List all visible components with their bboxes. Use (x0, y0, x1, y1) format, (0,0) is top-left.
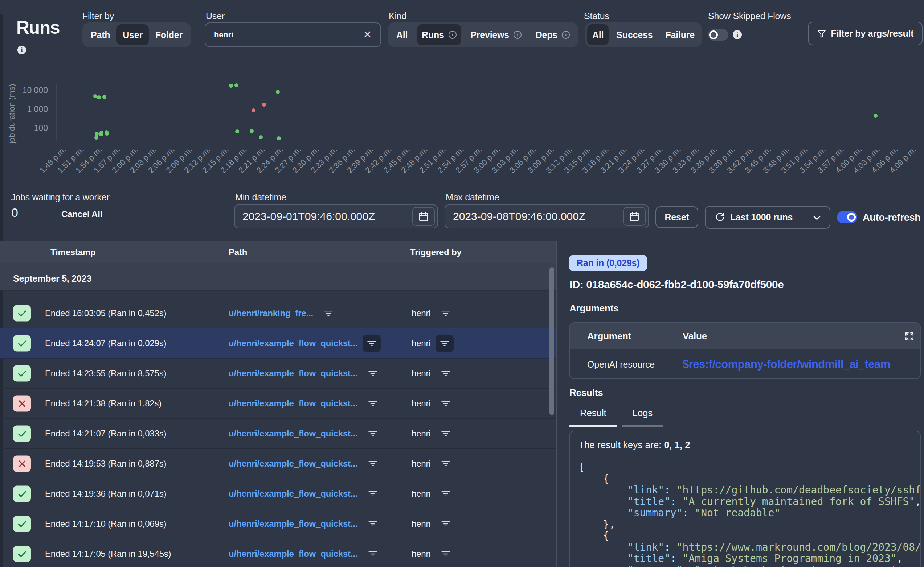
skipped-flows-info-icon[interactable]: i (733, 30, 742, 39)
chart-point-success[interactable] (874, 114, 877, 118)
filter-by-user-icon[interactable] (441, 399, 451, 408)
segment-deps[interactable]: Depsi (531, 24, 575, 45)
chart-point-success[interactable] (93, 94, 97, 98)
row-path-link[interactable]: u/henri/example_flow_quickst... (229, 368, 358, 378)
segment-failure[interactable]: Failure (660, 24, 700, 45)
segment-runs[interactable]: Runsi (417, 24, 461, 45)
runs-count-dropdown[interactable] (804, 207, 830, 228)
filter-by-path-icon[interactable] (368, 429, 378, 438)
filter-by-path-icon[interactable] (368, 519, 378, 528)
row-path-link[interactable]: u/henri/example_flow_quickst... (229, 429, 358, 439)
chart-point-success[interactable] (105, 132, 109, 136)
table-row[interactable]: Ended 14:23:55 (Ran in 8,575s)u/henri/ex… (0, 358, 556, 388)
table-row[interactable]: Ended 16:03:05 (Ran in 0,452s)u/henri/ra… (0, 298, 556, 328)
info-icon[interactable]: i (562, 31, 570, 39)
row-triggered-by: henri (412, 368, 430, 378)
filter-by-user-icon[interactable] (441, 459, 451, 468)
max-datetime-input[interactable]: 2023-09-08T09:46:00.000Z (445, 204, 649, 228)
chart-point-success[interactable] (276, 90, 280, 94)
expand-icon[interactable] (905, 332, 914, 341)
col-timestamp[interactable]: Timestamp (50, 247, 95, 257)
filter-by-args-button[interactable]: Filter by args/result (808, 22, 922, 45)
filter-by-user-icon[interactable] (441, 309, 451, 318)
tab-underline (569, 425, 617, 428)
row-timestamp: Ended 16:03:05 (Ran in 0,452s) (45, 308, 166, 318)
table-scrollbar[interactable] (549, 267, 554, 415)
segment-all[interactable]: All (587, 24, 609, 45)
arguments-title: Arguments (569, 303, 619, 314)
segment-path[interactable]: Path (84, 24, 116, 45)
filter-by-user-icon[interactable] (441, 429, 451, 438)
table-row[interactable]: Ended 14:21:38 (Ran in 1,82s)u/henri/exa… (0, 388, 556, 419)
filter-by-path-icon[interactable] (324, 309, 334, 318)
tab-logs[interactable]: Logs (622, 408, 664, 426)
chart-point-success[interactable] (94, 136, 98, 140)
chart-point-success[interactable] (235, 129, 239, 134)
segment-user[interactable]: User (116, 24, 149, 45)
row-path-link[interactable]: u/henri/example_flow_quickst... (229, 519, 358, 529)
row-path-link[interactable]: u/henri/example_flow_quickst... (229, 459, 358, 469)
col-triggered-by[interactable]: Triggered by (410, 247, 462, 257)
filter-by-user-icon[interactable] (441, 550, 451, 558)
segment-label: Folder (155, 30, 182, 40)
segment-previews[interactable]: Previewsi (466, 24, 526, 45)
cancel-all-button[interactable]: Cancel All (61, 209, 102, 219)
min-calendar-button[interactable] (412, 207, 435, 226)
result-json: [ { "link": "https://github.com/deadbeef… (578, 462, 920, 567)
table-row[interactable]: Ended 14:24:07 (Ran in 0,029s)u/henri/ex… (0, 328, 556, 358)
filter-by-path-icon[interactable] (368, 550, 378, 558)
chart-point-success[interactable] (277, 136, 281, 140)
row-triggered-by: henri (412, 429, 430, 439)
show-skipped-flows-toggle[interactable] (708, 29, 728, 40)
segment-label: Previews (470, 30, 509, 40)
auto-refresh-toggle[interactable] (837, 211, 857, 224)
segment-folder[interactable]: Folder (149, 24, 189, 45)
max-calendar-button[interactable] (623, 207, 646, 226)
table-row[interactable]: Ended 14:21:07 (Ran in 0,033s)u/henri/ex… (0, 419, 556, 449)
segment-success[interactable]: Success (611, 24, 658, 45)
filter-by-user-icon[interactable] (441, 519, 451, 528)
table-row[interactable]: Ended 14:17:10 (Ran in 0,069s)u/henri/ex… (0, 509, 556, 539)
row-path-link[interactable]: u/henri/example_flow_quickst... (229, 398, 358, 409)
reset-button[interactable]: Reset (655, 206, 698, 228)
argument-value-link[interactable]: $res:f/company-folder/windmill_ai_team (683, 358, 890, 371)
clear-user-filter-icon[interactable]: ✕ (363, 30, 372, 40)
chart-point-success[interactable] (250, 129, 254, 133)
table-row[interactable]: Ended 14:19:36 (Ran in 0,071s)u/henri/ex… (0, 479, 556, 509)
info-icon[interactable]: i (513, 31, 522, 39)
chart-point-success[interactable] (259, 135, 263, 139)
refresh-icon (715, 213, 725, 222)
segment-all[interactable]: All (391, 24, 412, 45)
row-path-link[interactable]: u/henri/example_flow_quickst... (229, 338, 358, 348)
filter-by-user-icon[interactable] (441, 489, 451, 498)
row-path-link[interactable]: u/henri/ranking_fre... (229, 308, 313, 318)
row-timestamp: Ended 14:19:36 (Ran in 0,071s) (45, 489, 166, 499)
filter-by-user-icon[interactable] (435, 334, 454, 352)
row-path-link[interactable]: u/henri/example_flow_quickst... (229, 489, 358, 499)
chart-point-success[interactable] (235, 83, 238, 87)
min-datetime-input[interactable]: 2023-09-01T09:46:00.000Z (234, 204, 438, 228)
filter-by-path-icon[interactable] (368, 399, 378, 408)
col-path[interactable]: Path (229, 247, 247, 257)
filter-by-path-icon[interactable] (363, 334, 381, 352)
chart-point-success[interactable] (97, 95, 101, 99)
table-row[interactable]: Ended 14:17:05 (Ran in 19,545s)u/henri/e… (0, 539, 556, 567)
filter-by-path-icon[interactable] (368, 489, 378, 498)
chart-point-success[interactable] (102, 95, 106, 99)
row-path-link[interactable]: u/henri/example_flow_quickst... (229, 549, 358, 559)
y-tick-label: 1 000 (8, 104, 48, 114)
user-input[interactable]: henri ✕ (205, 22, 381, 47)
filter-by-user-icon[interactable] (441, 369, 451, 378)
table-row[interactable]: Ended 14:19:53 (Ran in 0,887s)u/henri/ex… (0, 449, 556, 479)
chart-point-failure[interactable] (251, 108, 256, 112)
tab-result[interactable]: Result (569, 408, 617, 426)
info-icon[interactable]: i (448, 31, 456, 39)
chart-point-success[interactable] (229, 84, 233, 88)
chart-point-success[interactable] (95, 132, 99, 136)
result-json-line: { (578, 530, 920, 542)
runs-info-icon[interactable]: i (17, 46, 26, 54)
chart-point-failure[interactable] (262, 103, 266, 106)
filter-by-path-icon[interactable] (368, 459, 378, 468)
last-1000-runs-button[interactable]: Last 1000 runs (705, 206, 831, 229)
filter-by-path-icon[interactable] (368, 369, 378, 378)
